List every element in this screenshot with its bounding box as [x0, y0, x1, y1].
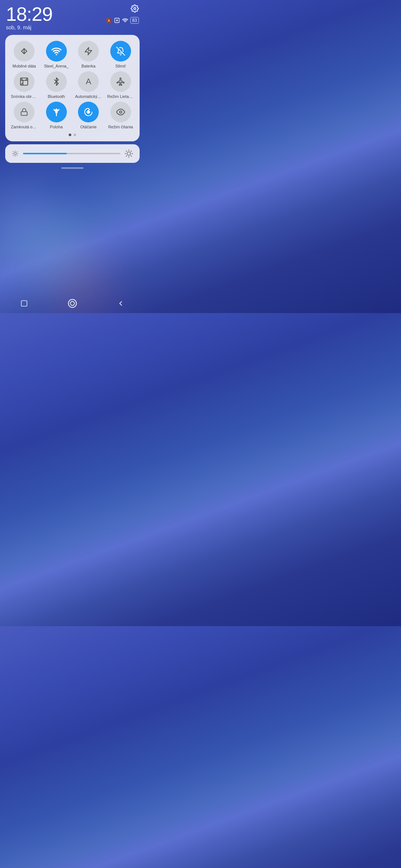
qs-wifi[interactable]: Steel_Arena_: [41, 41, 72, 68]
clock: 18:29: [6, 4, 52, 24]
svg-point-38: [71, 302, 75, 306]
qs-mobile-data[interactable]: Mobilné dáta: [9, 41, 40, 68]
qs-reading-mode[interactable]: Režim čítania: [105, 102, 136, 129]
quick-settings-panel: Mobilné dáta Steel_Arena_ Baterka: [5, 35, 140, 141]
battery-badge: 83: [130, 17, 139, 24]
page-dots: [9, 134, 136, 136]
svg-point-0: [134, 7, 136, 10]
page-dot-2[interactable]: [74, 134, 76, 136]
qs-lock-screen-circle: [14, 102, 35, 122]
svg-line-30: [126, 151, 127, 151]
qs-airplane-label: Režim Lietadlo: [107, 94, 134, 99]
qs-rotation-circle: [78, 102, 99, 122]
qs-bluetooth-label: Bluetooth: [48, 94, 65, 99]
svg-rect-14: [21, 112, 27, 115]
svg-point-18: [14, 152, 16, 155]
recent-apps-button[interactable]: [16, 295, 32, 312]
wifi-status-icon: [122, 17, 128, 23]
brightness-panel: [5, 144, 140, 163]
svg-point-16: [87, 111, 89, 113]
qs-location-label: Poloha: [50, 125, 63, 129]
back-button[interactable]: [113, 295, 129, 312]
svg-point-37: [68, 299, 76, 308]
qs-reading-mode-circle: [110, 102, 131, 122]
mute-icon: 🔕: [106, 18, 112, 23]
qs-bluetooth-circle: [46, 71, 67, 92]
svg-rect-36: [22, 301, 27, 306]
qs-mobile-data-circle: [14, 41, 35, 62]
qs-lock-screen-label: Zamknutá obraz.: [11, 125, 38, 129]
qs-location[interactable]: Poloha: [41, 102, 72, 129]
qs-rotation-label: Otáčanie: [80, 125, 97, 129]
brightness-max-icon: [125, 149, 133, 158]
drag-handle[interactable]: [0, 167, 145, 169]
qs-auto-brightness-label: Automatický jas: [75, 94, 102, 99]
svg-line-22: [17, 155, 17, 156]
svg-line-35: [131, 151, 131, 151]
qs-silent-label: Stlmiť: [115, 64, 126, 68]
qs-wifi-label: Steel_Arena_: [44, 64, 69, 68]
signal-blocked-icon: [114, 17, 120, 23]
home-button[interactable]: [64, 295, 81, 312]
qs-mobile-data-label: Mobilné dáta: [13, 64, 36, 68]
svg-point-27: [127, 152, 130, 155]
svg-line-21: [13, 151, 14, 152]
brightness-slider[interactable]: [23, 153, 120, 154]
qs-screenshot[interactable]: Snímka obrazov.: [9, 71, 40, 99]
qs-wifi-circle: [46, 41, 67, 62]
qs-reading-mode-label: Režim čítania: [108, 125, 133, 129]
svg-line-7: [117, 47, 125, 55]
qs-airplane-circle: [110, 71, 131, 92]
qs-bluetooth[interactable]: Bluetooth: [41, 71, 72, 99]
qs-screenshot-circle: [14, 71, 35, 92]
svg-line-31: [131, 156, 131, 156]
qs-airplane[interactable]: Režim Lietadlo: [105, 71, 136, 99]
svg-point-17: [120, 111, 122, 113]
drag-handle-bar: [61, 167, 84, 169]
qs-screenshot-label: Snímka obrazov.: [11, 94, 38, 99]
svg-line-11: [21, 78, 23, 80]
svg-line-34: [126, 156, 127, 156]
brightness-fill: [23, 153, 67, 154]
settings-button[interactable]: [131, 4, 139, 13]
qs-flashlight-label: Baterka: [81, 64, 95, 68]
svg-marker-6: [85, 47, 92, 55]
qs-lock-screen[interactable]: Zamknutá obraz.: [9, 102, 40, 129]
svg-line-12: [26, 78, 27, 80]
qs-auto-brightness[interactable]: A Automatický jas: [73, 71, 104, 99]
status-icons: 🔕 83: [106, 17, 139, 24]
quick-settings-grid: Mobilné dáta Steel_Arena_ Baterka: [9, 41, 136, 129]
nav-bar: [0, 294, 145, 313]
qs-location-circle: [46, 102, 67, 122]
qs-silent[interactable]: Stlmiť: [105, 41, 136, 68]
qs-auto-brightness-circle: A: [78, 71, 99, 92]
qs-rotation[interactable]: Otáčanie: [73, 102, 104, 129]
qs-silent-circle: [110, 41, 131, 62]
page-dot-1[interactable]: [69, 134, 71, 136]
date: sob, 9. máj: [6, 24, 52, 30]
status-bar: 18:29 sob, 9. máj 🔕: [0, 0, 145, 32]
qs-flashlight[interactable]: Baterka: [73, 41, 104, 68]
svg-line-25: [13, 155, 14, 156]
svg-line-26: [17, 151, 17, 152]
svg-line-13: [21, 83, 23, 85]
brightness-min-icon: [12, 150, 19, 157]
qs-flashlight-circle: [78, 41, 99, 62]
